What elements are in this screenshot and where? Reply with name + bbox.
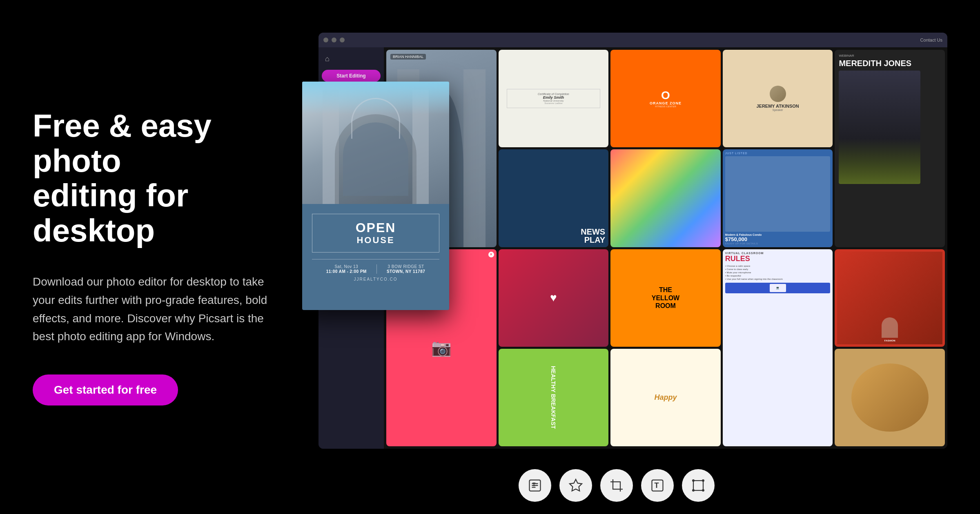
rule-3: • Mute your microphone [725,271,831,274]
oh-divider [312,259,439,259]
cert-name: Emily Smith [510,95,596,100]
open-house-photo [302,82,449,204]
rules-title: RULES [725,255,831,263]
fashion-label: FASHION [884,339,895,342]
template-card-hearts[interactable]: ♥ [499,249,609,347]
template-card-certificate[interactable]: Certificate of Completion Emily Smith Na… [499,50,609,147]
template-card-just-listed[interactable]: JUST LISTED Modern & Fabulous Condo $750… [723,149,833,247]
hearts-icon: ♥ [550,291,557,304]
realstate-action: ENJOY UP FOR DETAILS [725,242,831,245]
meredith-name: MEREDITH JONES [839,59,941,67]
open-house-card: OPEN HOUSE Sat, Nov 13 11:00 AM - 2:00 P… [302,82,449,310]
healthy-text: HEALTHY BREAKFAST [550,366,557,429]
building-label: BRIAN HANNIBAL [390,54,426,60]
virtual-laptop: 💻 [770,284,786,292]
right-section: Contact Us ⌂ Start Editing 🔍 Search RECE… [286,0,947,514]
oh-details: Sat, Nov 13 11:00 AM - 2:00 PM 3 BOW RID… [312,264,439,274]
page-container: Free & easy photo editing for desktop Do… [0,0,980,514]
description-text: Download our photo editor for desktop to… [33,273,270,346]
svg-point-10 [702,479,704,482]
main-content: BRIAN HANNIBAL Certificate of Completion… [384,47,947,449]
template-card-orange-zone[interactable]: O ORANGE ZONE FITNESS CENTER [610,50,721,147]
text-overlay-button[interactable]: T [519,469,551,502]
heading-line1: Free & easy photo [33,108,212,179]
titlebar-dot-3 [340,38,345,42]
oh-border-box: OPEN HOUSE [312,214,439,253]
left-section: Free & easy photo editing for desktop Do… [33,109,286,405]
main-heading: Free & easy photo editing for desktop [33,109,270,248]
oh-date: Sat, Nov 13 [326,264,367,269]
text-button[interactable]: T [641,469,674,502]
text-icon: T [650,478,665,493]
transform-icon [691,478,706,493]
pink-close-button[interactable]: × [488,252,494,257]
crop-icon [609,478,624,493]
template-card-rainbow[interactable] [610,149,721,247]
template-card-virtual-classroom[interactable]: VIRTUAL CLASSROOM RULES • Choose a calm … [723,249,833,447]
svg-point-11 [692,489,695,492]
oh-date-time: Sat, Nov 13 11:00 AM - 2:00 PM [326,264,367,274]
svg-point-12 [702,489,704,492]
text-box-icon: T [528,478,542,493]
food-shape [851,363,929,432]
oz-logo: O [661,90,670,101]
jeremy-name: JEREMY ATKINSON [756,104,799,109]
oh-city: STOWN, NY 11787 [387,269,425,274]
realstate-label: Modern & Fabulous Condo [725,233,831,236]
titlebar-dot-2 [332,38,336,42]
jeremy-avatar [770,86,786,102]
happy-text: Happy [654,393,677,402]
template-card-healthy[interactable]: HEALTHY BREAKFAST [499,349,609,446]
cert-presenter: Suzanne Ladlow [510,102,596,104]
template-card-yellow-room[interactable]: THEYELLOWROOM [610,249,721,347]
oh-address-col: 3 BOW RIDGE ST STOWN, NY 11787 [387,264,425,274]
cta-button[interactable]: Get started for free [33,374,178,405]
template-card-fashion[interactable]: FASHION [835,249,945,347]
svg-text:T: T [532,482,536,487]
rule-2: • Come to class early [725,268,831,270]
oz-tagline: FITNESS CENTER [655,105,676,108]
crop-button[interactable] [600,469,633,502]
transform-button[interactable] [682,469,715,502]
template-grid: BRIAN HANNIBAL Certificate of Completion… [384,47,947,449]
bottom-toolbar: T T [519,469,715,502]
realstate-price: $750,000 [725,236,831,242]
template-card-gold-food[interactable] [835,349,945,446]
heading-line2: editing for desktop [33,177,188,248]
oh-address: 3 BOW RIDGE ST [387,264,425,269]
oh-title: OPEN [321,221,431,235]
oh-website: JJREALTYCO.CO [312,277,439,281]
oh-separator [376,264,377,274]
open-house-content: OPEN HOUSE Sat, Nov 13 11:00 AM - 2:00 P… [302,204,449,291]
rule-5: • Use your full name when signing into t… [725,278,831,280]
rule-1: • Choose a calm space [725,265,831,267]
fashion-figure [882,317,898,338]
svg-point-9 [692,479,695,482]
camera-icon: 📷 [431,338,452,357]
rule-4: • Be respectful [725,275,831,277]
yellow-room-text: THEYELLOWROOM [652,286,679,310]
svg-text:T: T [655,481,659,490]
template-card-happy[interactable]: Happy [610,349,721,446]
cert-title: Certificate of Completion [510,93,596,95]
just-listed-badge: JUST LISTED [725,152,831,155]
start-editing-button[interactable]: Start Editing [322,70,381,82]
news-title: NEWSPLAY [581,228,605,244]
oh-time: 11:00 AM - 2:00 PM [326,269,367,274]
app-titlebar: Contact Us [318,33,947,47]
svg-marker-5 [570,479,582,491]
contact-us-link[interactable]: Contact Us [920,38,942,42]
meredith-type: WEBINAR [839,54,941,58]
template-card-news[interactable]: NEWSPLAY [499,149,609,247]
svg-rect-8 [693,481,703,490]
template-card-meredith[interactable]: WEBINAR MEREDITH JONES [835,50,945,247]
template-card-jeremy[interactable]: JEREMY ATKINSON Speaker [723,50,833,147]
oh-subtitle: HOUSE [321,235,431,246]
oz-company: ORANGE ZONE [650,101,682,105]
star-icon [568,478,583,493]
favorites-button[interactable] [559,469,592,502]
virtual-title: VIRTUAL CLASSROOM [725,252,831,255]
home-icon[interactable]: ⌂ [322,52,381,66]
jeremy-role: Speaker [773,109,783,111]
titlebar-dot-1 [323,38,328,42]
